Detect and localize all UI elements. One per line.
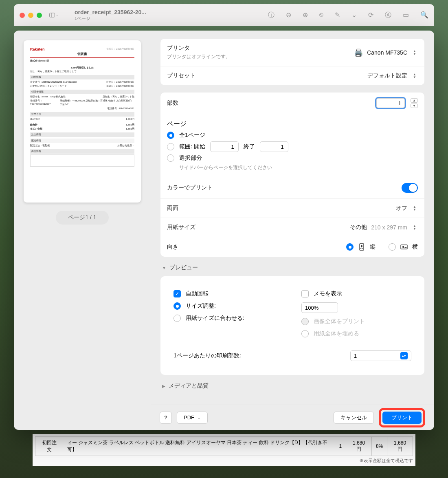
pdf-button[interactable]: PDF⌄ bbox=[177, 412, 208, 424]
sidebar-toggle-icon[interactable]: ⌄ bbox=[49, 10, 59, 20]
chevron-updown-icon: ▲▼ bbox=[411, 224, 418, 231]
info-icon[interactable]: ⓘ bbox=[268, 11, 275, 20]
pages-range-radio[interactable]: 範囲: 開始 終了 bbox=[167, 141, 418, 152]
landscape-radio[interactable] bbox=[389, 243, 396, 251]
cancel-button[interactable]: キャンセル bbox=[334, 412, 374, 424]
printer-select[interactable]: 🖨️ Canon MF735C ▲▼ bbox=[354, 48, 418, 57]
note: ※表示金額は全て税込です bbox=[35, 458, 413, 464]
copies-per-page-select[interactable]: 1 ▴▾ bbox=[350, 350, 411, 361]
zoom-out-icon[interactable]: ⊖ bbox=[286, 11, 291, 20]
cell: 1,680円 bbox=[346, 437, 372, 456]
preset-select[interactable]: デフォルト設定 ▲▼ bbox=[367, 72, 418, 79]
copies-label: 部数 bbox=[167, 99, 178, 107]
paper-label: 用紙サイズ bbox=[167, 224, 195, 231]
preview-panel: ✓自動回転 サイズ調整: 用紙サイズに合わせる: メモを表示 画像全体をプリント… bbox=[160, 276, 424, 375]
print-dialog: Rakuten発行日：2025年02月08日 領収書 株式会社Vello 様 1… bbox=[14, 31, 434, 430]
color-toggle[interactable] bbox=[402, 183, 418, 193]
printer-status: プリンタはオフラインです。 bbox=[167, 53, 231, 60]
minimize-icon[interactable] bbox=[28, 13, 33, 18]
copies-input[interactable] bbox=[376, 98, 405, 108]
print-button[interactable]: プリント bbox=[382, 412, 422, 424]
window-title: order_receipt_235962-20... 1ページ bbox=[75, 9, 146, 22]
duplex-select[interactable]: オフ▲▼ bbox=[396, 205, 418, 212]
pages-all-radio[interactable]: 全1ページ bbox=[167, 132, 418, 139]
page-indicator: ページ1 / 1 bbox=[56, 211, 109, 225]
show-notes-checkbox[interactable]: メモを表示 bbox=[301, 290, 411, 297]
search-icon[interactable]: 🔍 bbox=[420, 11, 428, 20]
portrait-icon bbox=[358, 243, 366, 251]
table-row: 初回注文 ィー ジャスミン茶 ラベルレス ペットボトル 送料無料 アイリスオーヤ… bbox=[35, 437, 413, 456]
duplex-label: 両面 bbox=[167, 205, 178, 212]
preset-label: プリセット bbox=[167, 72, 195, 79]
svg-point-5 bbox=[403, 247, 404, 248]
paper-select[interactable]: その他 210 x 297 mm ▲▼ bbox=[350, 224, 418, 231]
portrait-radio[interactable] bbox=[346, 243, 354, 251]
dialog-footer: ? PDF⌄ キャンセル プリント bbox=[151, 405, 434, 430]
media-disclosure[interactable]: ▶ メディアと品質 bbox=[162, 382, 424, 390]
printer-icon: 🖨️ bbox=[354, 48, 363, 57]
chevron-updown-icon: ▲▼ bbox=[411, 72, 418, 79]
scale-input[interactable] bbox=[301, 302, 338, 313]
fill-paper-radio: 用紙全体を埋める bbox=[301, 330, 411, 337]
auto-rotate-checkbox[interactable]: ✓自動回転 bbox=[173, 290, 285, 297]
highlight-ring: プリント bbox=[379, 408, 425, 427]
chevron-down-icon: ⌄ bbox=[198, 416, 201, 420]
help-button[interactable]: ? bbox=[160, 412, 172, 424]
range-from-input[interactable] bbox=[210, 141, 239, 152]
page-thumbnail[interactable]: Rakuten発行日：2025年02月08日 領収書 株式会社Vello 様 1… bbox=[24, 40, 141, 203]
cell: 8% bbox=[371, 437, 387, 456]
printer-panel: プリンタ プリンタはオフラインです。 🖨️ Canon MF735C ▲▼ プリ… bbox=[160, 39, 424, 85]
background-table: 初回注文 ィー ジャスミン茶 ラベルレス ペットボトル 送料無料 アイリスオーヤ… bbox=[33, 434, 415, 466]
rotate-icon[interactable]: ⟳ bbox=[368, 11, 373, 20]
fit-radio[interactable]: 用紙サイズに合わせる: bbox=[173, 315, 285, 322]
copies-stepper[interactable]: ▲▼ bbox=[411, 98, 418, 108]
print-entire-image-radio: 画像全体をプリント bbox=[301, 318, 411, 325]
chevron-down-icon: ▼ bbox=[162, 266, 166, 270]
fullscreen-icon[interactable] bbox=[37, 13, 42, 18]
zoom-in-icon[interactable]: ⊕ bbox=[303, 11, 308, 20]
share-icon[interactable]: ⎋ bbox=[319, 11, 323, 20]
window-toolbar: ⌄ order_receipt_235962-20... 1ページ ⓘ ⊖ ⊕ … bbox=[14, 4, 434, 26]
svg-rect-0 bbox=[50, 13, 55, 17]
preview-sidebar: Rakuten発行日：2025年02月08日 領収書 株式会社Vello 様 1… bbox=[14, 31, 151, 430]
preview-disclosure[interactable]: ▼ プレビュー bbox=[162, 264, 424, 271]
chevron-right-icon: ▶ bbox=[162, 384, 165, 388]
cell: ィー ジャスミン茶 ラベルレス ペットボトル 送料無料 アイリスオーヤマ 日本茶… bbox=[63, 437, 335, 456]
scale-radio[interactable]: サイズ調整: bbox=[173, 302, 285, 310]
chevron-down-icon[interactable]: ⌄ bbox=[351, 11, 357, 20]
cell: 1,680円 bbox=[387, 437, 413, 456]
color-label: カラーでプリント bbox=[167, 184, 213, 192]
pages-label: ページ bbox=[167, 120, 418, 128]
cell: 初回注文 bbox=[35, 437, 63, 456]
pages-hint: サイドバーからページを選択してください bbox=[179, 164, 418, 171]
settings-panel: 部数 ▲▼ ページ 全1ページ 範囲: 開始 終了 選択部分 bbox=[160, 93, 424, 257]
crop-icon[interactable]: ▭ bbox=[403, 11, 409, 20]
chevron-updown-icon: ▲▼ bbox=[411, 205, 418, 212]
traffic-lights bbox=[20, 13, 42, 18]
markup-icon[interactable]: ✎ bbox=[335, 11, 340, 20]
chevron-updown-icon: ▴▾ bbox=[400, 352, 408, 359]
orientation-label: 向き bbox=[167, 243, 178, 251]
copies-per-page-label: 1ページあたりの印刷部数: bbox=[173, 352, 241, 359]
landscape-icon bbox=[400, 243, 408, 251]
close-icon[interactable] bbox=[20, 13, 25, 18]
svg-point-3 bbox=[361, 246, 362, 247]
chevron-updown-icon: ▲▼ bbox=[411, 49, 418, 56]
range-to-input[interactable] bbox=[260, 141, 288, 152]
pages-selection-radio[interactable]: 選択部分 bbox=[167, 154, 418, 162]
highlight-icon[interactable]: Ⓐ bbox=[385, 11, 391, 20]
cell: 1 bbox=[335, 437, 346, 456]
printer-label: プリンタ bbox=[167, 44, 231, 52]
